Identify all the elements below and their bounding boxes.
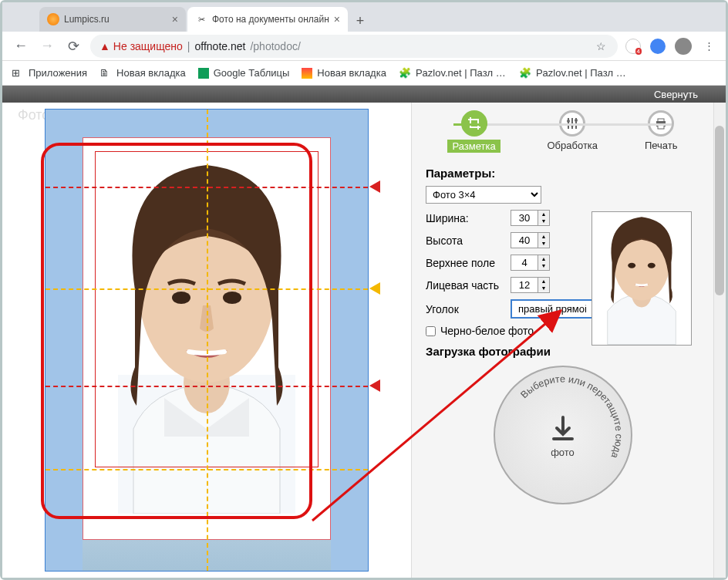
params-section: Параметры: Фото 3×4 Ширина: 30▲▼ Высота … [412, 160, 713, 511]
upload-heading: Загрузка фотографии [426, 345, 699, 358]
crop-favicon-icon: ✂ [195, 13, 207, 25]
height-label: Высота [426, 234, 511, 247]
scrollbar-thumb[interactable] [715, 126, 724, 295]
bw-label: Черно-белое фото [440, 325, 534, 337]
svg-text:Выберите или перетащите сюда: Выберите или перетащите сюда [517, 373, 625, 461]
svg-point-5 [567, 120, 570, 123]
width-label: Ширина: [426, 212, 511, 224]
back-button[interactable]: ← [12, 37, 30, 56]
preset-select[interactable]: Фото 3×4 [426, 186, 541, 204]
forward-button[interactable]: → [38, 37, 56, 56]
not-secure-badge[interactable]: ▲ Не защищено [99, 40, 183, 52]
guide-center-vertical[interactable] [207, 110, 208, 571]
page-color-icon [302, 68, 312, 79]
profile-avatar[interactable] [675, 38, 692, 55]
not-secure-label: Не защищено [113, 40, 183, 52]
reload-button[interactable]: ⟳ [64, 37, 83, 56]
marker-top-red-icon[interactable] [369, 180, 380, 193]
topmargin-spinner[interactable]: ▲▼ [538, 255, 550, 271]
upload-dropzone[interactable]: Выберите или перетащите сюда фото [494, 366, 632, 504]
address-bar-row: ← → ⟳ ▲ Не защищено | offnote.net/photod… [2, 32, 726, 61]
svg-point-16 [648, 263, 656, 268]
svg-point-7 [575, 119, 578, 122]
height-input[interactable]: 40 [511, 232, 538, 248]
bookmark-item[interactable]: 🧩Pazlov.net | Пазл - Со... [399, 67, 507, 79]
upload-curved-text: Выберите или перетащите сюда [495, 367, 631, 503]
collapse-link[interactable]: Свернуть [654, 89, 698, 100]
bookmark-item[interactable]: 🗎Новая вкладка [99, 67, 186, 79]
step-markup[interactable]: Разметка [447, 110, 500, 153]
bookmark-apps[interactable]: ⊞Приложения [12, 67, 87, 79]
svg-point-15 [628, 263, 635, 268]
scrollbar-vertical[interactable] [713, 103, 726, 578]
tab-close-icon[interactable]: × [172, 13, 178, 25]
app-top-bar: Свернуть [2, 86, 726, 103]
sheets-icon [198, 68, 209, 79]
corner-select[interactable]: правый прямой [511, 299, 603, 319]
tab-photodoc[interactable]: ✂ Фото на документы онлайн × [187, 7, 348, 32]
step-bar: Разметка Обработка Печать [412, 103, 713, 160]
bookmarks-bar: ⊞Приложения 🗎Новая вкладка Google Таблиц… [2, 61, 726, 86]
bookmark-item[interactable]: Google Таблицы [198, 67, 290, 79]
address-bar[interactable]: ▲ Не защищено | offnote.net/photodoc/ ☆ [90, 35, 618, 58]
bw-checkbox[interactable] [426, 326, 436, 336]
topmargin-label: Верхнее поле [426, 257, 511, 269]
step-print[interactable]: Печать [645, 110, 678, 153]
new-tab-button[interactable]: + [349, 10, 371, 32]
tab-label: Фото на документы онлайн [212, 14, 329, 25]
puzzle-icon: 🧩 [519, 67, 531, 79]
extension-icon-2[interactable] [650, 39, 666, 54]
width-input[interactable]: 30 [511, 210, 538, 226]
facepart-spinner[interactable]: ▲▼ [538, 277, 550, 293]
params-heading: Параметры: [426, 167, 699, 180]
extension-icon-1[interactable]: 4 [625, 39, 641, 54]
tab-lumpics[interactable]: Lumpics.ru × [39, 7, 186, 32]
corner-label: Уголок [426, 303, 511, 315]
apps-grid-icon: ⊞ [12, 67, 24, 79]
settings-panel: Разметка Обработка Печать Параметры: Фот… [411, 103, 726, 578]
orange-favicon-icon [47, 13, 59, 25]
bookmark-item[interactable]: 🧩Pazlov.net | Пазл - Ка... [519, 67, 627, 79]
photo-preview-panel: Фото на документы [2, 103, 411, 578]
height-spinner[interactable]: ▲▼ [538, 232, 550, 248]
bookmark-item[interactable]: Новая вкладка [302, 67, 386, 79]
page-icon: 🗎 [99, 67, 112, 79]
url-host: offnote.net [195, 40, 246, 52]
marker-chin-red-icon[interactable] [369, 379, 380, 392]
preview-frame[interactable] [45, 109, 369, 572]
star-icon[interactable]: ☆ [593, 39, 608, 54]
tab-label: Lumpics.ru [64, 14, 167, 25]
puzzle-icon: 🧩 [399, 67, 411, 79]
width-spinner[interactable]: ▲▼ [538, 210, 550, 226]
browser-tab-bar: Lumpics.ru × ✂ Фото на документы онлайн … [2, 2, 726, 32]
thumbnail-preview [592, 211, 692, 346]
facepart-input[interactable]: 12 [511, 277, 538, 293]
tab-close-icon[interactable]: × [334, 13, 340, 25]
marker-eyes-orange-icon[interactable] [369, 282, 380, 295]
warning-icon: ▲ [99, 40, 110, 52]
facepart-label: Лицевая часть [426, 279, 511, 292]
menu-icon[interactable]: ⋮ [701, 39, 716, 54]
step-processing[interactable]: Обработка [548, 110, 598, 153]
url-path: /photodoc/ [250, 40, 300, 52]
topmargin-input[interactable]: 4 [511, 255, 538, 271]
